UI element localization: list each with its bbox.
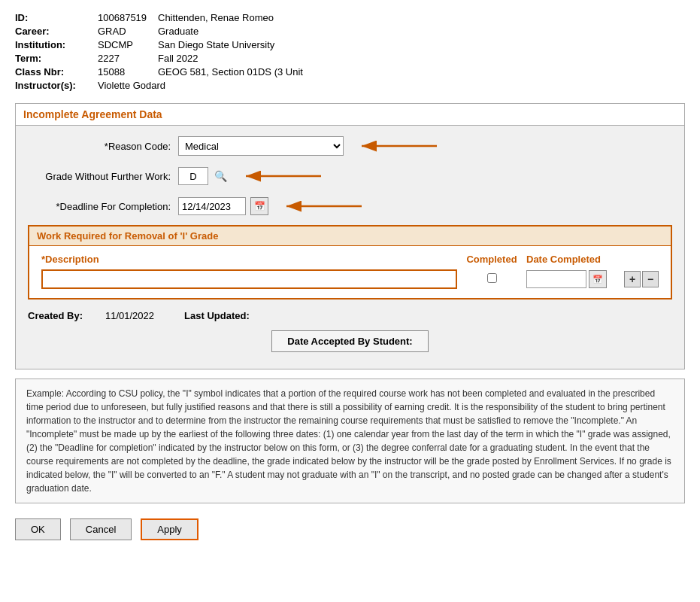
date-completed-cell: 📅 <box>522 266 620 292</box>
id-code: 100687519 <box>98 12 158 23</box>
apply-button[interactable]: Apply <box>141 518 198 540</box>
term-code: 2227 <box>98 53 158 64</box>
career-desc: Graduate <box>158 26 685 37</box>
col-completed: Completed <box>462 252 522 266</box>
classnbr-desc: GEOG 581, Section 01DS (3 Unit <box>158 66 685 78</box>
completed-cell <box>462 266 522 292</box>
career-label: Career: <box>15 26 98 37</box>
date-accepted-label: Date Accepted By Student: <box>287 336 412 347</box>
institution-desc: San Diego State University <box>158 39 685 50</box>
deadline-label: *Deadline For Completion: <box>28 201 178 212</box>
grade-search-button[interactable]: 🔍 <box>213 169 228 184</box>
deadline-row: *Deadline For Completion: 📅 <box>28 195 672 217</box>
term-desc: Fall 2022 <box>158 53 685 64</box>
panel-header: Incomplete Agreement Data <box>16 104 684 126</box>
work-table: *Description Completed Date Completed <box>37 252 663 292</box>
student-info: ID: 100687519 Chittenden, Renae Romeo Ca… <box>15 12 685 91</box>
id-label: ID: <box>15 12 98 23</box>
col-actions <box>620 252 663 266</box>
classnbr-label: Class Nbr: <box>15 66 98 78</box>
deadline-input[interactable] <box>178 197 246 215</box>
description-cell <box>37 266 462 292</box>
created-by-value: 11/01/2022 <box>105 310 154 321</box>
date-accepted-section: Date Accepted By Student: <box>28 330 672 352</box>
info-row-institution: Institution: SDCMP San Diego State Unive… <box>15 39 685 50</box>
institution-label: Institution: <box>15 39 98 50</box>
completed-checkbox[interactable] <box>487 273 497 283</box>
id-name: Chittenden, Renae Romeo <box>158 12 685 23</box>
grade-row: Grade Without Further Work: 🔍 <box>28 165 672 187</box>
grade-input[interactable] <box>178 167 208 185</box>
meta-section: Created By: 11/01/2022 Last Updated: <box>28 310 672 321</box>
description-input[interactable] <box>41 269 457 289</box>
created-by-item: Created By: 11/01/2022 <box>28 310 154 321</box>
col-date-completed: Date Completed <box>522 252 620 266</box>
remove-row-button[interactable]: − <box>642 271 659 287</box>
reason-code-row: *Reason Code: Medical Personal Academic … <box>28 135 672 157</box>
last-updated-label: Last Updated: <box>184 310 250 321</box>
info-row-term: Term: 2227 Fall 2022 <box>15 53 685 64</box>
info-text: Example: According to CSU policy, the "I… <box>26 388 671 494</box>
incomplete-agreement-panel: Incomplete Agreement Data *Reason Code: … <box>15 103 685 369</box>
instructors-value: Violette Godard <box>98 80 165 91</box>
arrow-deadline <box>279 195 369 217</box>
col-description: *Description <box>37 252 462 266</box>
add-row-button[interactable]: + <box>624 271 641 287</box>
work-required-panel: Work Required for Removal of 'I' Grade *… <box>28 225 672 299</box>
term-label: Term: <box>15 53 98 64</box>
last-updated-item: Last Updated: <box>184 310 272 321</box>
classnbr-code: 15088 <box>98 66 158 78</box>
work-required-header: Work Required for Removal of 'I' Grade <box>29 227 671 246</box>
grade-label: Grade Without Further Work: <box>28 171 178 182</box>
info-row-career: Career: GRAD Graduate <box>15 26 685 37</box>
career-code: GRAD <box>98 26 158 37</box>
work-row: 📅 + − <box>37 266 663 292</box>
institution-code: SDCMP <box>98 39 158 50</box>
arrow-reason-code <box>354 135 444 157</box>
deadline-calendar-button[interactable]: 📅 <box>250 197 268 215</box>
arrow-grade <box>238 165 329 187</box>
date-accepted-box: Date Accepted By Student: <box>271 330 428 352</box>
created-by-label: Created By: <box>28 310 83 321</box>
date-completed-calendar-button[interactable]: 📅 <box>589 270 607 288</box>
ok-button[interactable]: OK <box>15 518 61 540</box>
row-actions-cell: + − <box>620 266 663 292</box>
date-completed-input[interactable] <box>526 270 586 288</box>
info-row-instructors: Instructor(s): Violette Godard <box>15 80 685 91</box>
info-row-classnbr: Class Nbr: 15088 GEOG 581, Section 01DS … <box>15 66 685 78</box>
reason-code-label: *Reason Code: <box>28 141 178 152</box>
instructors-label: Instructor(s): <box>15 80 98 91</box>
reason-code-select[interactable]: Medical Personal Academic Other <box>178 136 344 156</box>
cancel-button[interactable]: Cancel <box>70 518 132 540</box>
bottom-buttons: OK Cancel Apply <box>15 512 685 546</box>
info-text-box: Example: According to CSU policy, the "I… <box>15 379 685 503</box>
info-row-id: ID: 100687519 Chittenden, Renae Romeo <box>15 12 685 23</box>
